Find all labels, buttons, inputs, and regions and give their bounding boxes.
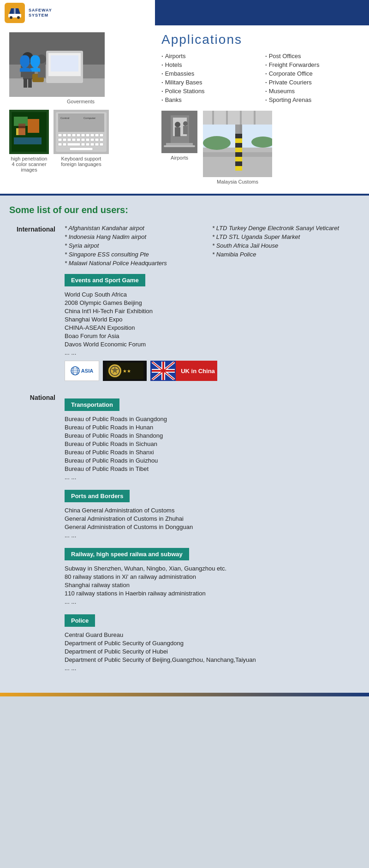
list-item: Bureau of Public Roads in Guangdong <box>65 416 360 422</box>
airports-image <box>161 111 197 153</box>
list-item: General Administration of Customs in Zhu… <box>65 515 360 522</box>
app-item: Military Bases <box>161 79 256 86</box>
app-col-left: Airports Hotels Embassies Military Bases… <box>161 53 256 105</box>
railway-list: Subway in Shenzhen, Wuhan, Ningbo, Xian,… <box>65 565 360 605</box>
svg-point-10 <box>22 52 33 63</box>
railway-btn[interactable]: Railway, high speed railwa and subway <box>65 548 189 560</box>
scanner1-svg <box>9 110 49 154</box>
scanner1-image <box>9 110 49 154</box>
app-item: Banks <box>161 96 256 103</box>
int-item: * Afghanistan Kandahar airpot <box>65 225 212 232</box>
logo-area: SAFEWAY SYSTEM <box>0 0 155 25</box>
app-item: Post Offices <box>265 53 360 59</box>
svg-rect-51 <box>58 143 62 146</box>
logo-svg <box>6 4 24 22</box>
svg-point-2 <box>10 16 12 19</box>
national-label: National <box>9 393 65 675</box>
svg-point-17 <box>37 54 46 64</box>
list-item: ... ... <box>65 665 360 672</box>
list-item: China General Administration of Customs <box>65 507 360 514</box>
svg-text:Computer: Computer <box>83 117 95 119</box>
list-item: Bureau of Public Roads in Shanxi <box>65 449 360 456</box>
logo-text: SAFEWAY SYSTEM <box>29 8 52 18</box>
scanner1-caption: high penetration4 color scanner images <box>9 156 49 172</box>
uk-text: UK in China <box>181 368 215 375</box>
svg-point-3 <box>17 16 20 19</box>
svg-rect-44 <box>72 138 76 141</box>
list-item: 2008 Olympic Games Beijing <box>65 299 360 306</box>
svg-rect-66 <box>183 126 188 134</box>
end-users-section: Some list of our end users: Internationa… <box>0 196 369 693</box>
int-col-1: * Afghanistan Kandahar airpot * Indonesi… <box>65 225 212 268</box>
list-item: 110 railway stations in Haerbin railway … <box>65 590 360 597</box>
logo-line2: SYSTEM <box>29 13 52 18</box>
transport-list: Bureau of Public Roads in Guangdong Bure… <box>65 416 360 481</box>
section-title: Some list of our end users: <box>9 205 360 215</box>
svg-point-65 <box>183 121 188 126</box>
svg-rect-50 <box>100 138 103 141</box>
list-item: Shanghai World Expo <box>65 316 360 323</box>
asia-logo: ASIA <box>65 361 99 381</box>
list-item: ... ... <box>65 474 360 481</box>
logo-line1: SAFEWAY <box>29 8 52 13</box>
police-btn[interactable]: Police <box>65 614 95 627</box>
app-list: Airports Hotels Embassies Military Bases… <box>161 53 360 105</box>
list-item: Department of Public Security of Hubei <box>65 648 360 655</box>
int-item: * Indonesia Hang Nadim airpot <box>65 233 212 240</box>
list-item: General Administration of Customs in Don… <box>65 523 360 530</box>
svg-rect-18 <box>38 64 45 77</box>
airports-caption: Airports <box>161 155 197 161</box>
bottom-bar <box>0 693 369 696</box>
svg-rect-55 <box>86 143 89 146</box>
list-item: Bureau of Public Roads in Tibet <box>65 465 360 472</box>
svg-rect-39 <box>95 134 99 137</box>
svg-rect-12 <box>21 65 26 77</box>
svg-rect-36 <box>81 134 85 137</box>
govt-caption: Goverments <box>9 99 152 104</box>
svg-rect-49 <box>95 138 99 141</box>
svg-rect-28 <box>58 113 104 132</box>
list-item: Bureau of Public Roads in Sichuan <box>65 440 360 447</box>
applications-section: Goverments high penetrati <box>0 25 369 194</box>
app-item: Embassies <box>161 70 256 77</box>
int-list: * Afghanistan Kandahar airpot * Indonesi… <box>65 225 360 268</box>
app-item: Hotels <box>161 61 256 68</box>
govt-image-box: Goverments <box>9 32 152 104</box>
international-row: International * Afghanistan Kandahar air… <box>9 225 360 386</box>
svg-rect-46 <box>81 138 85 141</box>
app-images-row: Airports <box>161 111 360 184</box>
list-item: Subway in Shenzhen, Wuhan, Ningbo, Xian,… <box>65 565 360 572</box>
logo-icon <box>5 3 25 23</box>
int-item: * LTD STL Uganda Super Market <box>212 233 360 240</box>
app-item: Private Couriers <box>265 79 360 86</box>
sport-svg: ★★ <box>107 363 143 379</box>
keyboard-caption: Keyboard support foreign languages <box>54 156 109 167</box>
app-item: Museums <box>265 88 360 95</box>
list-item: Bureau of Public Roads in Shandong <box>65 432 360 439</box>
app-item: Corporate Office <box>265 70 360 77</box>
scanner-row: high penetration4 color scanner images C… <box>9 110 152 172</box>
header: SAFEWAY SYSTEM <box>0 0 369 25</box>
svg-rect-79 <box>235 143 242 148</box>
app-item: Freight Forwarders <box>265 61 360 68</box>
malaysia-image-box: Malaysia Customs <box>203 111 272 184</box>
events-btn[interactable]: Events and Sport Game <box>65 274 145 286</box>
svg-rect-57 <box>95 143 99 146</box>
app-list-right: Post Offices Freight Forwarders Corporat… <box>265 53 360 103</box>
malaysia-svg <box>203 111 272 177</box>
ports-list: China General Administration of Customs … <box>65 507 360 539</box>
svg-rect-24 <box>14 137 42 144</box>
international-content: * Afghanistan Kandahar airpot * Indonesi… <box>65 225 360 386</box>
int-item: * Namibia Police <box>212 251 360 258</box>
svg-rect-81 <box>235 161 242 166</box>
ports-btn[interactable]: Ports and Borders <box>65 490 130 502</box>
transport-btn[interactable]: Transportation <box>65 398 119 411</box>
svg-rect-42 <box>63 138 66 141</box>
svg-rect-58 <box>100 143 103 146</box>
sport-logo: ★★ <box>103 361 147 381</box>
national-content: Transportation Bureau of Public Roads in… <box>65 393 360 675</box>
int-item: * Singapore ESS consulting Pte <box>65 251 212 258</box>
svg-rect-15 <box>28 78 32 88</box>
list-item: World Cup South Africa <box>65 291 360 298</box>
app-left: Goverments high penetrati <box>9 32 152 184</box>
